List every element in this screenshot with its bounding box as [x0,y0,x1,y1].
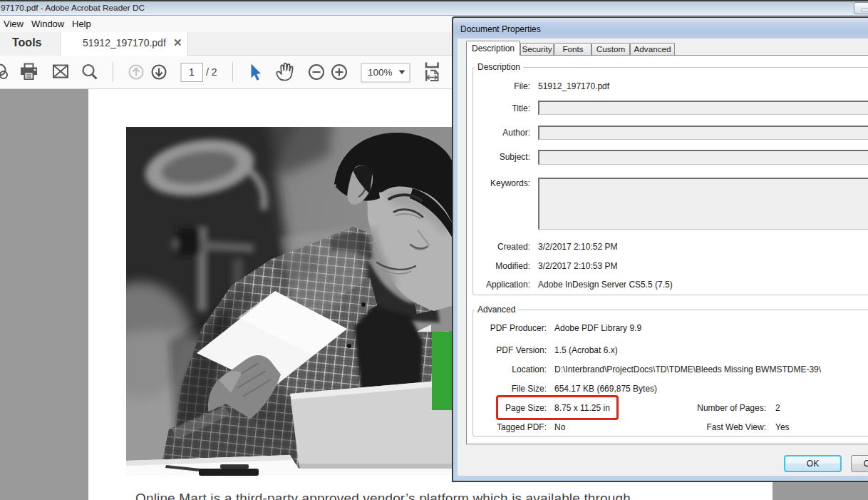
svg-text:1: 1 [189,66,195,78]
svg-text:/ 2: / 2 [206,66,217,78]
svg-text:100%: 100% [368,67,393,78]
